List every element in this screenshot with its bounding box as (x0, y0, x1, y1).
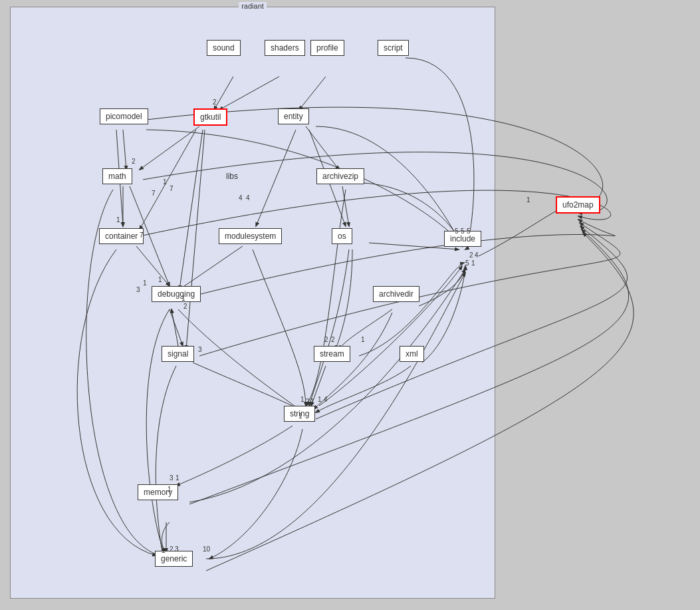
archivezip-node[interactable]: archivezip (316, 168, 364, 184)
edge-label-13: 3 (198, 346, 202, 353)
archivezip-label: archivezip (322, 172, 358, 181)
libs-label: libs (226, 172, 238, 181)
script-node[interactable]: script (378, 40, 409, 56)
ufo2map-node[interactable]: ufo2map (556, 196, 600, 214)
container-node[interactable]: container (99, 228, 144, 244)
picomodel-label: picomodel (106, 112, 142, 121)
edge-label-4: 7 (170, 185, 174, 192)
stream-label: stream (320, 349, 344, 359)
edge-label-11: 1 (181, 295, 185, 302)
stream-node[interactable]: stream (314, 346, 350, 362)
xml-label: xml (406, 349, 418, 359)
edge-label-15: 2 (331, 336, 335, 343)
edge-label-26: 2 (170, 545, 174, 553)
edge-label-34: 4 (475, 251, 479, 259)
memory-node[interactable]: memory (138, 484, 178, 500)
edge-label-32: 5 (467, 228, 471, 235)
edge-label-5: 7 (152, 190, 156, 197)
ufo2map-label: ufo2map (562, 200, 594, 210)
math-node[interactable]: math (102, 168, 132, 184)
edge-label-12: 2 (183, 303, 187, 310)
edge-label-23: 3 (170, 474, 174, 482)
xml-node[interactable]: xml (400, 346, 424, 362)
sound-node[interactable]: sound (207, 40, 241, 56)
signal-label: signal (168, 349, 188, 359)
edge-label-21: 4 (324, 396, 328, 403)
edge-label-29: 1 (162, 547, 166, 554)
gtkutil-label: gtkutil (200, 112, 221, 122)
edge-label-33: 2 (469, 251, 473, 259)
edge-label-28: 10 (203, 545, 210, 553)
edge-label-37: 1 (526, 196, 530, 204)
edge-label-17: 1 (300, 396, 304, 403)
edge-label-30: 5 (455, 228, 459, 235)
edge-label-22: 1 (298, 412, 302, 420)
os-node[interactable]: os (332, 228, 352, 244)
edge-label-39: 4 (246, 194, 250, 202)
shaders-node[interactable]: shaders (265, 40, 305, 56)
profile-label: profile (316, 43, 338, 53)
math-label: math (108, 172, 126, 181)
edge-label-9: 1 (143, 279, 147, 287)
entity-node[interactable]: entity (278, 108, 309, 124)
archivedir-node[interactable]: archivedir (373, 286, 419, 302)
edge-label-8: 1 (158, 276, 162, 283)
entity-label: entity (284, 112, 303, 121)
os-label: os (338, 231, 346, 241)
shaders-label: shaders (271, 43, 299, 53)
edge-label-7: 7 (140, 231, 144, 239)
edge-label-10: 3 (136, 286, 140, 293)
edge-label-38: 4 (239, 194, 243, 202)
modulesystem-label: modulesystem (225, 231, 276, 241)
debugging-label: debugging (158, 289, 195, 299)
archivedir-label: archivedir (379, 289, 413, 299)
generic-node[interactable]: generic (155, 551, 193, 567)
edge-label-24: 1 (175, 474, 179, 482)
profile-node[interactable]: profile (310, 40, 344, 56)
signal-node[interactable]: signal (162, 346, 194, 362)
main-container: radiant (0, 0, 700, 610)
picomodel-node[interactable]: picomodel (100, 108, 148, 124)
container-label: container (105, 231, 138, 241)
radiant-box: radiant (10, 7, 495, 599)
include-label: include (450, 234, 475, 243)
generic-label: generic (161, 554, 187, 563)
edge-label-3: 1 (163, 178, 167, 186)
debugging-node[interactable]: debugging (152, 286, 201, 302)
modulesystem-node[interactable]: modulesystem (219, 228, 282, 244)
edge-label-25: 1 (168, 486, 172, 493)
edge-label-20: 1 (318, 396, 322, 403)
edge-label-31: 5 (461, 228, 465, 235)
edge-label-16: 1 (361, 336, 365, 343)
edge-label-6: 1 (116, 216, 120, 224)
edge-label-35: 5 (465, 259, 469, 267)
gtkutil-node[interactable]: gtkutil (193, 108, 227, 126)
radiant-title: radiant (239, 2, 267, 10)
edge-label-27: 3 (175, 545, 179, 553)
script-label: script (384, 43, 403, 53)
edge-label-1: 2 (213, 98, 217, 106)
sound-label: sound (213, 43, 235, 53)
edge-label-18: 2 (306, 398, 310, 405)
edge-label-14: 2 (324, 336, 328, 343)
edge-label-36: 1 (471, 259, 475, 267)
edge-label-19: 1 (310, 398, 314, 405)
edge-label-2: 2 (132, 158, 136, 165)
